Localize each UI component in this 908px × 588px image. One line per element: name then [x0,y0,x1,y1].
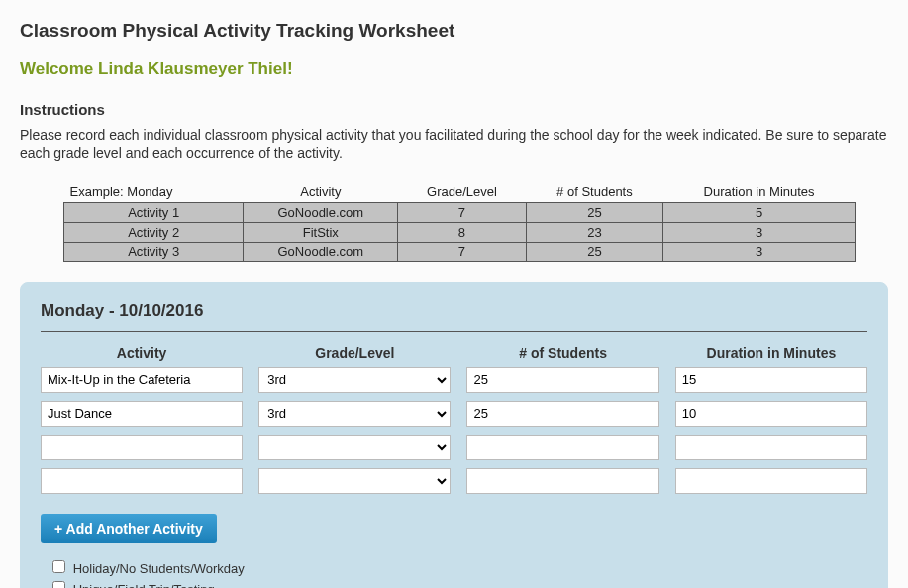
col-header-duration: Duration in Minutes [675,345,867,361]
example-cell: 5 [663,202,856,222]
activity-row [41,468,867,494]
example-header-grade: Grade/Level [398,181,526,203]
page-title: Classroom Physical Activity Tracking Wor… [20,20,888,42]
example-cell: 3 [663,222,856,242]
example-cell: 3 [663,242,856,261]
activity-input[interactable] [41,367,243,393]
activity-row: 3rd [41,367,867,393]
duration-input[interactable] [675,468,867,494]
instructions-text: Please record each individual classroom … [20,126,888,163]
example-table-wrap: Example: Monday Activity Grade/Level # o… [63,181,856,262]
example-cell: GoNoodle.com [244,202,398,222]
example-header-activity: Activity [244,181,398,203]
table-row: Activity 3 GoNoodle.com 7 25 3 [64,242,856,261]
example-header-students: # of Students [526,181,663,203]
example-cell: 25 [526,242,663,261]
students-input[interactable] [466,401,658,427]
example-header-duration: Duration in Minutes [663,181,856,203]
example-cell: Activity 1 [64,202,244,222]
activity-row [41,435,867,460]
example-table: Example: Monday Activity Grade/Level # o… [63,181,856,262]
example-cell: Activity 2 [64,222,244,242]
example-cell: 7 [398,202,526,222]
instructions-heading: Instructions [20,101,888,118]
grade-select[interactable]: 3rd [258,401,451,427]
example-cell: FitStix [244,222,398,242]
holiday-checkbox-label[interactable]: Holiday/No Students/Workday [49,557,867,576]
welcome-message: Welcome Linda Klausmeyer Thiel! [20,59,888,79]
col-header-grade: Grade/Level [258,345,451,361]
holiday-checkbox[interactable] [52,560,65,573]
example-cell: 7 [398,242,526,261]
activity-input[interactable] [41,401,243,427]
add-another-activity-button[interactable]: + Add Another Activity [41,514,217,543]
checkbox-group: Holiday/No Students/Workday Unique/Field… [41,557,867,588]
duration-input[interactable] [675,401,867,427]
unique-checkbox-text: Unique/Field Trip/Testing [73,582,215,588]
table-row: Activity 2 FitStix 8 23 3 [64,222,856,242]
entry-panel: Monday - 10/10/2016 Activity Grade/Level… [20,282,888,588]
students-input[interactable] [466,367,658,393]
example-cell: 23 [526,222,663,242]
col-header-activity: Activity [41,345,243,361]
example-cell: 25 [526,202,663,222]
duration-input[interactable] [675,435,867,460]
example-cell: GoNoodle.com [244,242,398,261]
example-header-day: Example: Monday [64,181,244,203]
unique-checkbox-label[interactable]: Unique/Field Trip/Testing [49,578,867,588]
grade-select[interactable] [258,435,451,460]
col-header-students: # of Students [466,345,658,361]
activity-input[interactable] [41,468,243,494]
unique-checkbox[interactable] [52,581,65,588]
activity-input[interactable] [41,435,243,460]
table-row: Activity 1 GoNoodle.com 7 25 5 [64,202,856,222]
holiday-checkbox-text: Holiday/No Students/Workday [73,561,245,576]
duration-input[interactable] [675,367,867,393]
example-cell: Activity 3 [64,242,244,261]
grade-select[interactable] [258,468,451,494]
panel-date-label: Monday - 10/10/2016 [41,301,867,321]
divider [41,331,867,332]
students-input[interactable] [466,435,658,460]
example-cell: 8 [398,222,526,242]
students-input[interactable] [466,468,658,494]
grade-select[interactable]: 3rd [258,367,451,393]
activity-row: 3rd [41,401,867,427]
form-header-row: Activity Grade/Level # of Students Durat… [41,345,867,361]
